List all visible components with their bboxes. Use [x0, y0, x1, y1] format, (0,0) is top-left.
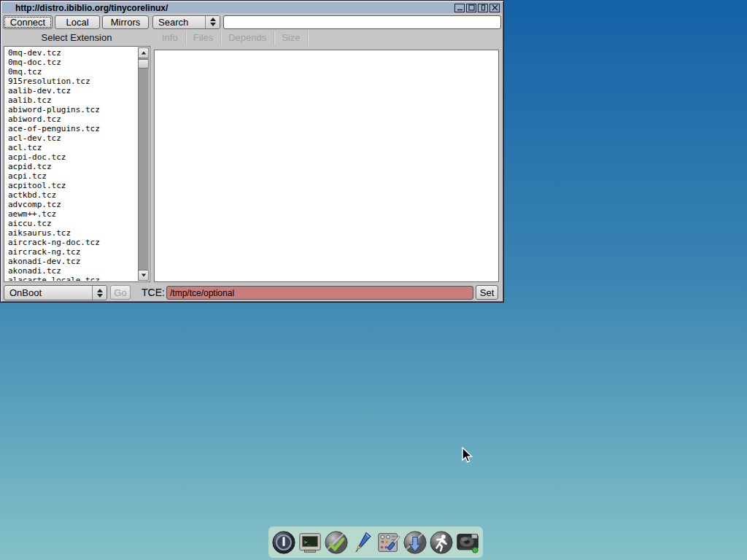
- extension-item[interactable]: acpi-doc.tcz: [5, 152, 138, 162]
- window-controls: [454, 4, 502, 12]
- extension-item[interactable]: akonadi.tcz: [5, 266, 138, 276]
- chevron-updown-icon: [205, 16, 220, 28]
- extension-item[interactable]: 915resolution.tcz: [5, 77, 138, 86]
- window-title: http://distro.ibiblio.org/tinycorelinux/: [2, 3, 168, 13]
- extension-item[interactable]: aalib-dev.tcz: [5, 86, 138, 96]
- arrow-down-icon: [141, 274, 145, 277]
- minimize-button[interactable]: [454, 4, 465, 12]
- extension-listbox: 0mq-dev.tcz 0mq-doc.tcz 0mq.tcz 915resol…: [4, 46, 150, 282]
- scrollbar-thumb[interactable]: [138, 59, 149, 69]
- set-button[interactable]: Set: [476, 285, 498, 300]
- extension-item[interactable]: aewm++.tcz: [5, 209, 138, 219]
- check-sphere-icon[interactable]: [323, 529, 349, 556]
- search-input[interactable]: [223, 15, 501, 29]
- extension-item[interactable]: aircrack-ng-doc.tcz: [5, 238, 138, 247]
- extension-item[interactable]: 0mq.tcz: [5, 67, 138, 77]
- detail-tabs: Info Files Depends Size: [155, 31, 308, 45]
- extension-item[interactable]: alacarte-locale.tcz: [5, 276, 138, 281]
- extension-item[interactable]: 0mq-dev.tcz: [5, 48, 138, 58]
- extension-item[interactable]: actkbd.tcz: [5, 190, 138, 200]
- close-icon: [492, 4, 498, 11]
- minimize-icon: [457, 4, 463, 11]
- extension-item[interactable]: aalib.tcz: [5, 96, 138, 105]
- tce-path-input[interactable]: [166, 286, 473, 300]
- titlebar[interactable]: http://distro.ibiblio.org/tinycorelinux/: [2, 2, 502, 13]
- search-mode-dropdown[interactable]: Search: [152, 15, 220, 29]
- mount-disk-icon[interactable]: [454, 529, 481, 556]
- extension-list: 0mq-dev.tcz 0mq-doc.tcz 0mq.tcz 915resol…: [5, 47, 138, 281]
- extension-item[interactable]: abiword.tcz: [5, 114, 138, 124]
- go-button[interactable]: Go: [110, 285, 131, 300]
- extension-item[interactable]: aircrack-ng.tcz: [5, 247, 138, 257]
- maximize-button[interactable]: [466, 4, 476, 12]
- extension-item[interactable]: acl-dev.tcz: [5, 133, 138, 143]
- scroll-down-button[interactable]: [138, 270, 149, 281]
- install-mode-dropdown[interactable]: OnBoot: [4, 285, 107, 300]
- extension-item[interactable]: abiword-plugins.tcz: [5, 105, 138, 114]
- extension-item[interactable]: 0mq-doc.tcz: [5, 58, 138, 67]
- detail-tab[interactable]: Size: [274, 31, 308, 45]
- info-content-pane: [154, 50, 499, 282]
- search-mode-value: Search: [153, 16, 205, 28]
- desktop: { "desktop": { "gradient_top": "#1561a7"…: [0, 0, 747, 560]
- extension-item[interactable]: aiksaurus.tcz: [5, 228, 138, 238]
- detail-tab[interactable]: Depends: [221, 31, 274, 45]
- detail-tab[interactable]: Files: [186, 31, 221, 45]
- mouse-cursor: [460, 447, 475, 466]
- extension-item[interactable]: acpitool.tcz: [5, 181, 138, 190]
- install-mode-value: OnBoot: [4, 286, 92, 300]
- list-scrollbar[interactable]: [138, 47, 149, 281]
- close-button[interactable]: [489, 4, 500, 12]
- power-icon[interactable]: [271, 529, 297, 556]
- control-panel-icon[interactable]: [376, 529, 402, 556]
- maximize-icon: [468, 4, 475, 11]
- tce-label: TCE:: [142, 285, 165, 300]
- list-header: Select Extension: [1, 31, 152, 44]
- appbrowser-window: http://distro.ibiblio.org/tinycorelinux/…: [0, 0, 504, 303]
- extension-item[interactable]: akonadi-dev.tcz: [5, 257, 138, 266]
- extension-item[interactable]: aiccu.tcz: [5, 219, 138, 228]
- detail-tab[interactable]: Info: [155, 31, 186, 45]
- svg-text:>_: >_: [304, 538, 311, 545]
- chevron-updown-icon: [92, 286, 107, 300]
- local-button[interactable]: Local: [55, 15, 100, 29]
- editor-pen-icon[interactable]: [349, 529, 376, 556]
- arrow-up-icon: [141, 52, 145, 55]
- toolbar: Connect Local Mirrors Search: [3, 15, 501, 29]
- shade-icon: [480, 4, 487, 11]
- mirrors-button[interactable]: Mirrors: [102, 15, 149, 29]
- extension-item[interactable]: acl.tcz: [5, 143, 138, 152]
- extension-item[interactable]: ace-of-penguins.tcz: [5, 124, 138, 133]
- extension-item[interactable]: acpi.tcz: [5, 171, 138, 181]
- apps-download-icon[interactable]: [402, 529, 428, 556]
- shade-button[interactable]: [478, 4, 488, 12]
- extension-item[interactable]: acpid.tcz: [5, 162, 138, 171]
- extension-item[interactable]: advcomp.tcz: [5, 200, 138, 209]
- dock: >_: [268, 526, 483, 558]
- scroll-up-button[interactable]: [138, 47, 149, 58]
- terminal-icon[interactable]: >_: [297, 529, 323, 556]
- connect-button[interactable]: Connect: [3, 15, 53, 29]
- bottom-bar: OnBoot Go TCE: Set: [1, 284, 503, 302]
- run-icon[interactable]: [428, 529, 454, 556]
